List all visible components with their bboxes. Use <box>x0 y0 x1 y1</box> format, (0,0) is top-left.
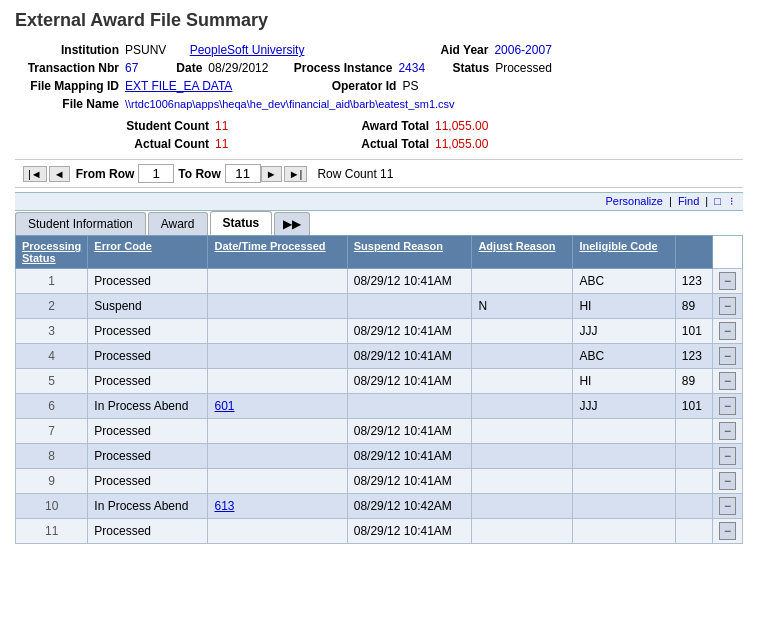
ineligible-code-sort-link[interactable]: Ineligible Code <box>579 240 657 252</box>
error-code-link[interactable]: 601 <box>214 399 234 413</box>
table-body: 1 Processed 08/29/12 10:41AM ABC 123 − 2… <box>16 269 743 544</box>
adjust-reason-cell <box>573 469 675 494</box>
remove-row-btn[interactable]: − <box>719 397 736 415</box>
remove-row-btn[interactable]: − <box>719 497 736 515</box>
adjust-reason-cell: HI <box>573 369 675 394</box>
row-number: 9 <box>16 469 88 494</box>
error-code-cell <box>208 319 347 344</box>
adjust-reason-cell: ABC <box>573 269 675 294</box>
suspend-reason-cell <box>472 444 573 469</box>
processing-status-cell: Processed <box>88 344 208 369</box>
file-name-label: File Name <box>15 97 125 111</box>
from-row-input[interactable] <box>138 164 174 183</box>
remove-row-btn[interactable]: − <box>719 347 736 365</box>
personalize-bar: Personalize | Find | □ ⁝ <box>15 192 743 211</box>
personalize-link[interactable]: Personalize <box>605 195 662 207</box>
remove-row-btn[interactable]: − <box>719 322 736 340</box>
remove-row-btn[interactable]: − <box>719 372 736 390</box>
error-code-cell <box>208 344 347 369</box>
remove-row-btn[interactable]: − <box>719 522 736 540</box>
table-row: 5 Processed 08/29/12 10:41AM HI 89 − <box>16 369 743 394</box>
prev-page-btn[interactable]: ◄ <box>49 166 70 182</box>
tab-status[interactable]: Status <box>210 211 273 235</box>
row-number: 7 <box>16 419 88 444</box>
remove-btn-cell: − <box>712 444 742 469</box>
error-code-cell[interactable]: 613 <box>208 494 347 519</box>
status-label: Status <box>445 61 495 75</box>
row-count-label: Row Count 11 <box>317 167 393 181</box>
tab-icon[interactable]: ▶▶ <box>274 212 310 235</box>
remove-btn-cell: − <box>712 494 742 519</box>
datetime-processed-cell: 08/29/12 10:41AM <box>347 519 472 544</box>
datetime-processed-cell: 08/29/12 10:41AM <box>347 369 472 394</box>
to-row-input[interactable] <box>225 164 261 183</box>
remove-row-btn[interactable]: − <box>719 447 736 465</box>
adjust-reason-sort-link[interactable]: Adjust Reason <box>478 240 555 252</box>
processing-status-sort-link[interactable]: Processing Status <box>22 240 81 264</box>
tab-extra-icon: ▶▶ <box>283 217 301 231</box>
adjust-reason-cell <box>573 444 675 469</box>
institution-name[interactable]: PeopleSoft University <box>190 43 305 57</box>
remove-btn-cell: − <box>712 419 742 444</box>
table-row: 8 Processed 08/29/12 10:41AM − <box>16 444 743 469</box>
suspend-reason-cell <box>472 319 573 344</box>
remove-row-btn[interactable]: − <box>719 272 736 290</box>
status-value: Processed <box>495 61 552 75</box>
processing-status-cell: Processed <box>88 444 208 469</box>
tab-award[interactable]: Award <box>148 212 208 235</box>
datetime-sort-link[interactable]: Date/Time Processed <box>214 240 325 252</box>
suspend-reason-cell: N <box>472 294 573 319</box>
aid-year-label: Aid Year <box>384 43 494 57</box>
tab-student-information[interactable]: Student Information <box>15 212 146 235</box>
ineligible-code-cell <box>675 494 712 519</box>
error-code-link[interactable]: 613 <box>214 499 234 513</box>
row-number: 4 <box>16 344 88 369</box>
table-header-row: Processing Status Error Code Date/Time P… <box>16 236 743 269</box>
grid-icon[interactable]: ⁝ <box>730 195 734 207</box>
remove-btn-cell: − <box>712 369 742 394</box>
ineligible-code-cell <box>675 519 712 544</box>
pagination-bar: |◄ ◄ From Row To Row ► ►| Row Count 11 <box>15 159 743 188</box>
adjust-reason-cell: JJJ <box>573 394 675 419</box>
file-mapping-value[interactable]: EXT FILE_EA DATA <box>125 79 232 93</box>
last-page-btn[interactable]: ►| <box>284 166 308 182</box>
operator-id-value: PS <box>402 79 418 93</box>
remove-btn-cell: − <box>712 469 742 494</box>
table-row: 7 Processed 08/29/12 10:41AM − <box>16 419 743 444</box>
ineligible-code-cell: 123 <box>675 344 712 369</box>
find-link[interactable]: Find <box>678 195 699 207</box>
filename-row: File Name \\rtdc1006nap\apps\heqa\he_dev… <box>15 97 743 111</box>
first-page-btn[interactable]: |◄ <box>23 166 47 182</box>
datetime-processed-cell: 08/29/12 10:42AM <box>347 494 472 519</box>
ineligible-code-cell <box>675 444 712 469</box>
actual-total-label: Actual Total <box>315 137 435 151</box>
row-number: 8 <box>16 444 88 469</box>
row-number: 10 <box>16 494 88 519</box>
institution-row: Institution PSUNV PeopleSoft University … <box>15 43 743 57</box>
remove-row-btn[interactable]: − <box>719 472 736 490</box>
error-code-cell <box>208 419 347 444</box>
counts-row-1: Student Count 11 Award Total 11,055.00 <box>95 119 743 133</box>
processing-status-cell: In Process Abend <box>88 394 208 419</box>
award-total-value: 11,055.00 <box>435 119 495 133</box>
remove-row-btn[interactable]: − <box>719 422 736 440</box>
suspend-reason-sort-link[interactable]: Suspend Reason <box>354 240 443 252</box>
col-datetime-processed: Date/Time Processed <box>208 236 347 269</box>
tabs-row: Student Information Award Status ▶▶ <box>15 211 743 235</box>
row-count-value: 11 <box>380 167 393 181</box>
remove-btn-cell: − <box>712 294 742 319</box>
operator-id-label: Operator Id <box>292 79 402 93</box>
institution-code: PSUNV <box>125 43 166 57</box>
remove-row-btn[interactable]: − <box>719 297 736 315</box>
transaction-nbr-value: 67 <box>125 61 138 75</box>
view-all-icon[interactable]: □ <box>714 195 721 207</box>
error-code-sort-link[interactable]: Error Code <box>94 240 151 252</box>
ineligible-code-cell: 89 <box>675 369 712 394</box>
error-code-cell <box>208 444 347 469</box>
row-count-text: Row Count <box>317 167 376 181</box>
next-page-btn[interactable]: ► <box>261 166 282 182</box>
counts-section: Student Count 11 Award Total 11,055.00 A… <box>95 119 743 151</box>
processing-status-cell: Processed <box>88 319 208 344</box>
error-code-cell <box>208 469 347 494</box>
error-code-cell[interactable]: 601 <box>208 394 347 419</box>
